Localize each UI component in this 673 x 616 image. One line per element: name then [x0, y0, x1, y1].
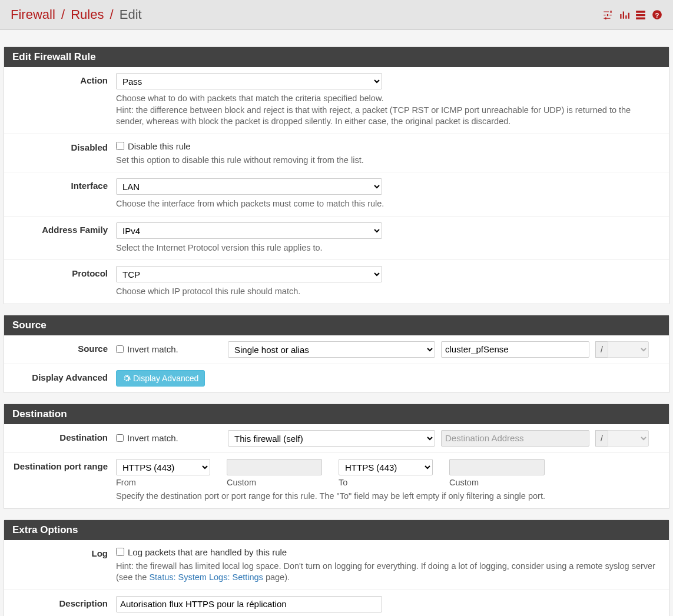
address-family-select[interactable]: IPv4 [116, 222, 382, 239]
log-label: Log [4, 546, 116, 584]
source-label: Source [4, 341, 116, 358]
breadcrumb: Firewall / Rules / Edit [11, 7, 142, 22]
source-invert-label: Invert match. [127, 344, 178, 354]
description-label: Description [4, 596, 116, 616]
from-sub: From [116, 478, 210, 487]
destination-panel: Destination Destination Invert match. Th… [4, 404, 669, 509]
destination-mask-label: / [595, 430, 608, 447]
disabled-check-label: Disable this rule [128, 141, 191, 151]
disabled-label: Disabled [4, 140, 116, 167]
source-type-select[interactable]: Single host or alias [228, 341, 435, 358]
panel-heading-source: Source [4, 315, 669, 335]
destination-address-input [441, 430, 589, 447]
protocol-select[interactable]: TCP [116, 266, 382, 282]
log-check-label: Log packets that are handled by this rul… [128, 547, 287, 557]
breadcrumb-firewall[interactable]: Firewall [11, 7, 55, 22]
header-icons: ? [602, 9, 662, 20]
extra-options-panel: Extra Options Log Log packets that are h… [4, 520, 669, 617]
source-address-input[interactable] [441, 341, 589, 358]
source-panel: Source Source Invert match. Single host … [4, 315, 669, 393]
dest-port-help: Specify the destination port or port ran… [116, 491, 661, 502]
dest-port-to-select[interactable]: HTTPS (443) [339, 459, 433, 475]
destination-label: Destination [4, 430, 116, 447]
panel-heading-destination: Destination [4, 404, 669, 424]
breadcrumb-rules[interactable]: Rules [71, 7, 104, 22]
disabled-checkbox[interactable] [116, 142, 124, 150]
description-input[interactable] [116, 596, 382, 612]
source-invert-checkbox[interactable] [116, 345, 124, 353]
protocol-label: Protocol [4, 266, 116, 298]
destination-invert-label: Invert match. [127, 433, 178, 443]
breadcrumb-sep: / [108, 7, 116, 22]
syslog-settings-link[interactable]: Status: System Logs: Settings [149, 572, 263, 582]
panel-heading-edit: Edit Firewall Rule [4, 47, 669, 67]
destination-mask-select [608, 430, 649, 447]
interface-label: Interface [4, 178, 116, 210]
svg-text:?: ? [655, 12, 659, 19]
interface-select[interactable]: LAN [116, 178, 382, 195]
to-sub: To [339, 478, 433, 487]
breadcrumb-current: Edit [120, 7, 142, 22]
edit-firewall-rule-panel: Edit Firewall Rule Action Pass Choose wh… [4, 46, 669, 304]
source-display-advanced-button[interactable]: Display Advanced [116, 370, 205, 387]
address-family-label: Address Family [4, 222, 116, 254]
sliders-icon[interactable] [602, 9, 613, 20]
bar-chart-icon[interactable] [619, 9, 629, 20]
panel-heading-extra: Extra Options [4, 520, 669, 540]
action-help: Choose what to do with packets that matc… [116, 93, 661, 128]
help-icon[interactable]: ? [652, 9, 662, 20]
protocol-help: Choose which IP protocol this rule shoul… [116, 286, 661, 298]
interface-help: Choose the interface from which packets … [116, 198, 661, 210]
action-select[interactable]: Pass [116, 73, 382, 89]
page-header: Firewall / Rules / Edit ? [0, 0, 673, 30]
display-advanced-label: Display Advanced [4, 370, 116, 387]
custom-sub: Custom [227, 478, 322, 487]
gear-icon [122, 374, 131, 382]
disabled-help: Set this option to disable this rule wit… [116, 155, 661, 167]
dest-port-from-select[interactable]: HTTPS (443) [116, 459, 210, 475]
action-label: Action [4, 73, 116, 128]
log-icon[interactable] [635, 9, 646, 20]
source-mask-label: / [595, 341, 608, 358]
dest-port-from-custom-input [227, 459, 322, 475]
dest-port-to-custom-input [449, 459, 545, 475]
custom-sub2: Custom [449, 478, 545, 487]
log-help: Hint: the firewall has limited local log… [116, 561, 661, 584]
address-family-help: Select the Internet Protocol version thi… [116, 242, 661, 254]
source-mask-select [608, 341, 649, 358]
destination-invert-checkbox[interactable] [116, 434, 124, 442]
log-checkbox[interactable] [116, 548, 124, 556]
destination-port-range-label: Destination port range [4, 459, 116, 502]
breadcrumb-sep: / [59, 7, 67, 22]
destination-type-select[interactable]: This firewall (self) [228, 430, 435, 447]
